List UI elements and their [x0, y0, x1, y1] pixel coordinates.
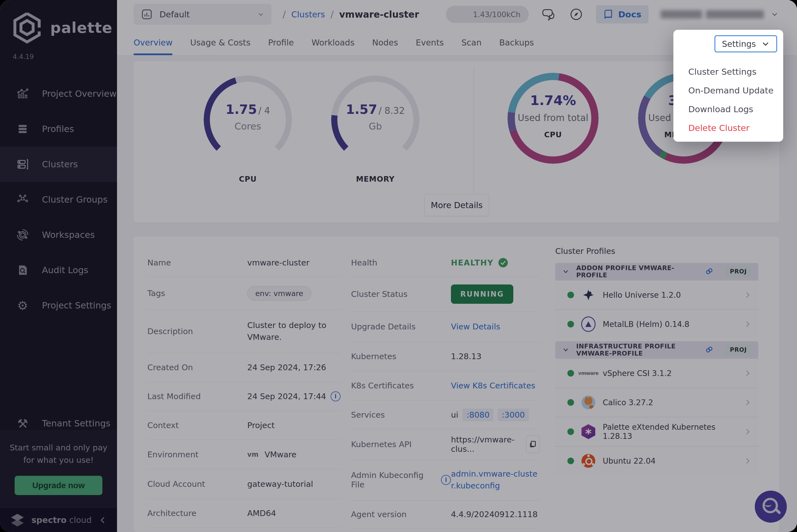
settings-dropdown-panel: Settings Cluster Settings On-Demand Upda…	[673, 30, 783, 142]
settings-menu: Cluster Settings On-Demand Update Downlo…	[688, 62, 775, 137]
chevron-down-icon	[761, 40, 770, 48]
app-window: palette 4.4.19 Project Overview Profiles	[0, 0, 797, 532]
settings-button[interactable]: Settings	[714, 35, 777, 52]
menu-item-delete-cluster[interactable]: Delete Cluster	[688, 118, 775, 137]
menu-item-download-logs[interactable]: Download Logs	[688, 100, 775, 118]
settings-button-label: Settings	[722, 39, 756, 49]
menu-item-cluster-settings[interactable]: Cluster Settings	[688, 62, 775, 81]
menu-item-on-demand-update[interactable]: On-Demand Update	[688, 81, 775, 100]
